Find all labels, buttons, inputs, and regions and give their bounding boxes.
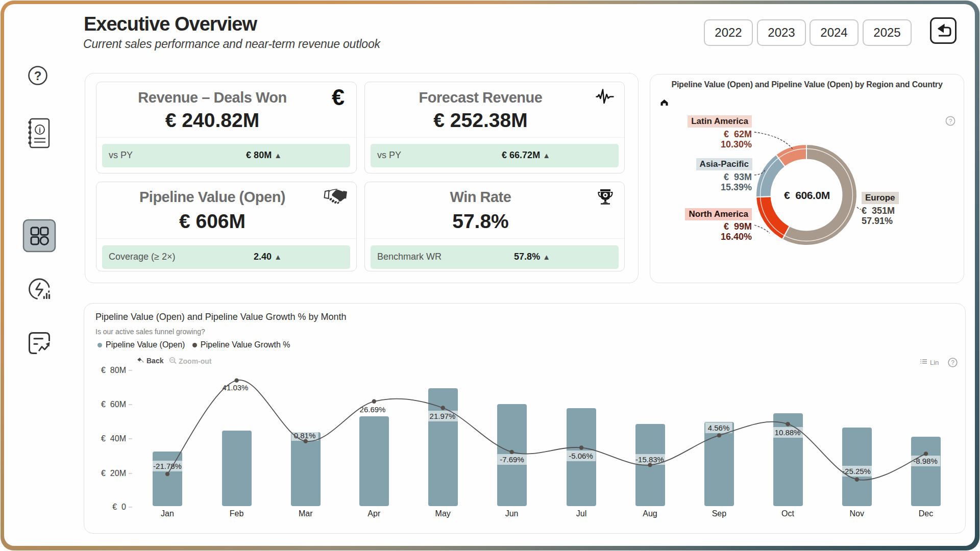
svg-text:?: ? — [951, 359, 954, 366]
